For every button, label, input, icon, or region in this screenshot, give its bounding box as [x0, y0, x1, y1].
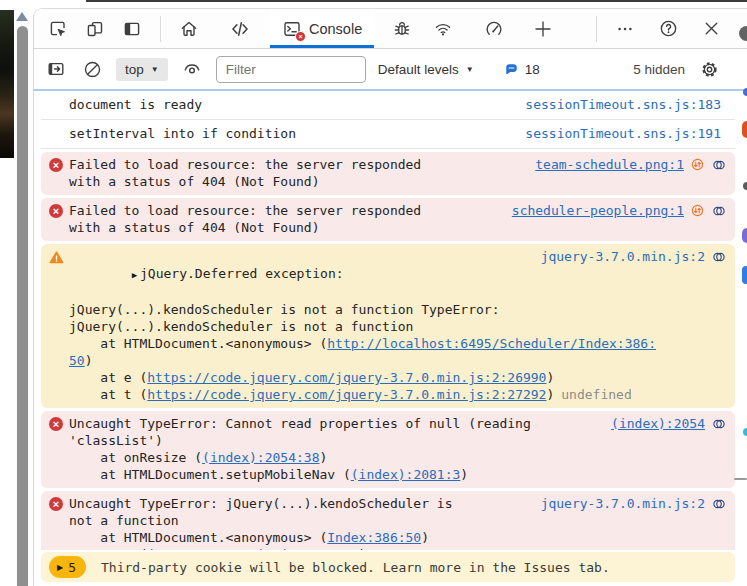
chat-bubble-icon	[504, 62, 519, 77]
source-link[interactable]: sessionTimeout.sns.js:191	[525, 125, 721, 143]
scrollbar-thumb[interactable]	[17, 26, 28, 586]
stack-link[interactable]: Index:386:50	[327, 530, 421, 545]
tab-console[interactable]: × Console	[269, 9, 375, 48]
message-count-value: 18	[525, 62, 540, 77]
network-request-icon[interactable]	[690, 157, 705, 172]
edge-mark	[742, 266, 747, 284]
stack-link[interactable]: (index):2081:3	[351, 467, 461, 482]
issues-notification-bar[interactable]: ▶ 5 Third-party cookie will be blocked. …	[41, 552, 735, 582]
log-levels-dropdown[interactable]: Default levels ▼	[378, 62, 474, 77]
context-selector-label: top	[125, 62, 144, 77]
edge-mark	[742, 228, 747, 243]
copilot-explain-icon[interactable]	[711, 416, 727, 432]
hidden-messages-label[interactable]: 5 hidden	[633, 62, 685, 77]
log-levels-label: Default levels	[378, 62, 459, 77]
chevron-down-icon: ▼	[466, 65, 474, 74]
devtools-tabbar: × Console	[34, 9, 747, 49]
live-expression-eye-icon[interactable]	[180, 57, 204, 81]
console-error-badge-icon: ×	[295, 31, 306, 42]
debugger-bug-icon[interactable]	[390, 17, 414, 41]
console-settings-gear-icon[interactable]	[697, 57, 721, 81]
edge-mark	[743, 428, 747, 436]
copilot-explain-icon[interactable]	[711, 203, 727, 219]
error-circle-icon: ×	[49, 497, 63, 511]
sources-code-icon[interactable]	[228, 17, 252, 41]
error-circle-icon: ×	[49, 417, 63, 431]
console-tab-icon: ×	[282, 19, 302, 39]
background-page-image	[0, 10, 14, 158]
inspect-element-icon[interactable]	[46, 17, 70, 41]
error-circle-icon: ×	[49, 158, 63, 172]
network-conditions-wifi-icon[interactable]	[431, 17, 455, 41]
source-link[interactable]: jquery-3.7.0.min.js:2	[541, 495, 705, 513]
message-count[interactable]: 18	[504, 62, 540, 77]
stack-link[interactable]: http://localhost:6495/Scheduler/Index:38…	[327, 336, 656, 351]
more-options-icon[interactable]	[613, 17, 637, 41]
copilot-explain-icon[interactable]	[711, 496, 727, 512]
console-warning-card: jquery-3.7.0.min.js:2 ▶jQuery.Deferred e…	[41, 244, 735, 408]
console-error-card: × (index):2054 Uncaught TypeError: Canno…	[41, 411, 735, 488]
help-icon[interactable]	[656, 17, 680, 41]
console-error-card: × scheduler-people.png:1 Failed to load …	[41, 198, 735, 241]
undefined-value: undefined	[561, 387, 631, 402]
dock-sidebar-icon[interactable]	[44, 57, 68, 81]
chevron-down-icon: ▼	[151, 65, 159, 74]
issues-count: 5	[68, 560, 76, 575]
edge-mark	[743, 88, 747, 96]
activity-bar-layout-icon[interactable]	[120, 17, 144, 41]
close-devtools-icon[interactable]	[699, 17, 723, 41]
expand-triangle-icon[interactable]: ▶	[132, 270, 137, 280]
page-scrollbar[interactable]	[16, 8, 29, 586]
source-link[interactable]: scheduler-people.png:1	[512, 202, 684, 220]
error-circle-icon: ×	[49, 204, 63, 218]
console-error-card: × team-schedule.png:1 Failed to load res…	[41, 152, 735, 195]
console-log-row: setInterval into if condition sessionTim…	[41, 120, 735, 149]
console-log-row: document is ready sessionTimeout.sns.js:…	[41, 91, 735, 120]
copilot-explain-icon[interactable]	[711, 157, 727, 173]
context-selector-dropdown[interactable]: top ▼	[116, 58, 168, 81]
edge-mark	[739, 26, 747, 41]
stack-link[interactable]: jquery-3.7.0.min.js:2:26990	[147, 547, 358, 550]
clear-console-icon[interactable]	[80, 57, 104, 81]
toolbar-divider	[596, 16, 597, 42]
stack-link[interactable]: https://code.jquery.com/jquery-3.7.0.min…	[147, 370, 546, 385]
toolbar-divider	[160, 16, 161, 42]
source-link[interactable]: (index):2054	[611, 415, 705, 433]
log-text: setInterval into if condition	[69, 125, 296, 143]
add-tab-plus-icon[interactable]	[531, 17, 555, 41]
edge-mark	[742, 121, 747, 138]
stack-link[interactable]: https://code.jquery.com/jquery-3.7.0.min…	[147, 387, 546, 402]
home-icon[interactable]	[177, 17, 201, 41]
source-link[interactable]: team-schedule.png:1	[535, 156, 684, 174]
devtools-panel: × Console	[33, 8, 747, 586]
console-toolbar: top ▼ Default levels ▼ 18 5 hidden	[34, 49, 747, 89]
network-request-icon[interactable]	[690, 203, 705, 218]
log-text: document is ready	[69, 96, 202, 114]
stack-link[interactable]: (index):2054:38	[202, 450, 319, 465]
edge-mark	[743, 182, 747, 190]
edge-mark	[734, 478, 747, 480]
scrollbar-up-arrow[interactable]	[16, 12, 28, 21]
expand-triangle-icon: ▶	[57, 563, 63, 572]
performance-gauge-icon[interactable]	[482, 17, 506, 41]
console-messages: document is ready sessionTimeout.sns.js:…	[34, 89, 747, 550]
filter-input[interactable]	[216, 56, 366, 83]
issues-message: Third-party cookie will be blocked. Lear…	[101, 560, 610, 575]
warning-triangle-icon	[49, 250, 63, 264]
copilot-explain-icon[interactable]	[711, 249, 727, 265]
window-top-edge	[86, 0, 747, 2]
console-error-card: × jquery-3.7.0.min.js:2 Uncaught TypeErr…	[41, 491, 735, 550]
source-link[interactable]: sessionTimeout.sns.js:183	[525, 96, 721, 114]
stack-link[interactable]: 50	[69, 353, 85, 368]
issues-count-pill: ▶ 5	[49, 556, 86, 578]
background-page-strip	[0, 0, 33, 586]
device-emulation-icon[interactable]	[83, 17, 107, 41]
source-link[interactable]: jquery-3.7.0.min.js:2	[541, 248, 705, 266]
console-tab-label: Console	[309, 21, 362, 37]
